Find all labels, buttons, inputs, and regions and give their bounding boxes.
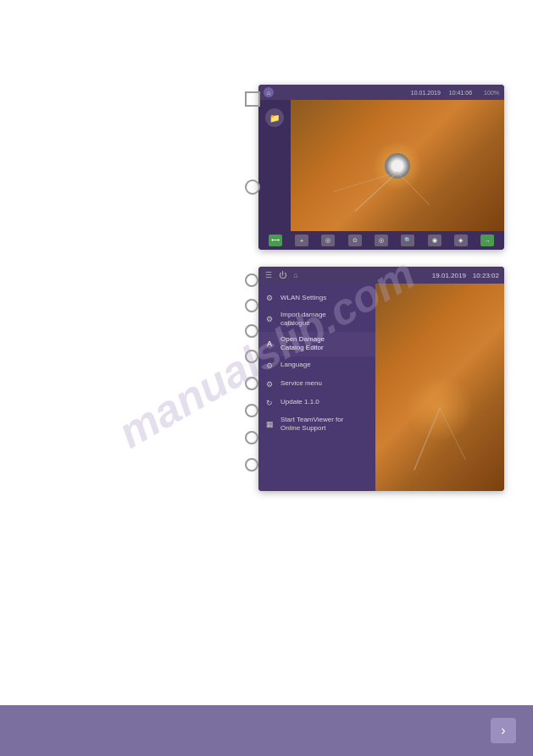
footer-next-arrow[interactable]: › xyxy=(491,718,516,743)
svg-line-2 xyxy=(333,172,397,191)
bottom-screen-header: ☰ ⏻ ⌂ 19.01.2019 10:23:02 xyxy=(258,267,504,284)
bottom-crack-overlay xyxy=(375,284,504,491)
power-icon[interactable]: ⏻ xyxy=(277,270,287,280)
annotation-circle-9 xyxy=(245,431,258,444)
screenshot-top: ⌂ 10.01.2019 10:41:06 100% 📁 ⟷ xyxy=(258,85,504,250)
language-icon: ⚙ xyxy=(264,360,275,372)
arrow-icon: › xyxy=(501,723,505,738)
annotation-circle-2 xyxy=(245,179,260,195)
toolbar-btn-8[interactable]: ◈ xyxy=(454,235,468,246)
toolbar-btn-3[interactable]: ◎ xyxy=(321,235,335,246)
top-main-area: 📁 xyxy=(258,100,504,231)
update-icon: ↻ xyxy=(264,397,275,409)
annotation-circle-3 xyxy=(245,273,258,287)
svg-line-4 xyxy=(440,408,465,460)
damage-editor-icon: A xyxy=(264,338,275,350)
bottom-home-icon[interactable]: ⌂ xyxy=(291,270,301,280)
toolbar-btn-forward[interactable]: → xyxy=(480,235,494,246)
top-camera-view xyxy=(291,100,504,231)
annotation-circle-5 xyxy=(245,324,258,338)
top-header-time2: 10:41:06 xyxy=(449,90,472,96)
service-icon: ⚙ xyxy=(264,378,275,390)
toolbar-btn-search[interactable]: 🔍 xyxy=(401,235,414,246)
toolbar-btn-5[interactable]: ◎ xyxy=(375,235,388,246)
toolbar-btn-1[interactable]: ⟷ xyxy=(269,235,282,246)
bottom-menu-panel: ⚙ WLAN Settings ⚙ Import damagecatalogue… xyxy=(258,284,375,491)
menu-item-wlan[interactable]: ⚙ WLAN Settings xyxy=(258,289,375,307)
wlan-icon: ⚙ xyxy=(264,292,275,304)
menu-item-language[interactable]: ⚙ Language xyxy=(258,356,375,375)
import-label: Import damagecatalogue xyxy=(280,311,326,328)
hamburger-icon[interactable]: ☰ xyxy=(264,270,274,280)
top-screen-header: ⌂ 10.01.2019 10:41:06 100% xyxy=(258,85,504,100)
annotation-circle-4 xyxy=(245,299,258,312)
toolbar-btn-4[interactable]: ⊙ xyxy=(348,235,362,246)
footer-bar: › xyxy=(0,705,533,756)
menu-item-open-damage[interactable]: A Open DamageCatalog Editor xyxy=(258,332,375,356)
bottom-header-icons: ☰ ⏻ ⌂ xyxy=(264,270,301,280)
update-label: Update 1.1.0 xyxy=(280,398,319,406)
top-header-time: 10.01.2019 xyxy=(411,90,441,96)
bottom-date: 19.01.2019 xyxy=(432,272,466,279)
menu-item-teamviewer[interactable]: ▦ Start TeamViewer forOnline Support xyxy=(258,412,375,437)
import-icon: ⚙ xyxy=(264,313,275,325)
service-label: Service menu xyxy=(280,379,322,388)
svg-line-3 xyxy=(414,408,440,471)
annotation-circle-1 xyxy=(245,91,260,107)
toolbar-btn-7[interactable]: ◉ xyxy=(428,235,441,246)
top-toolbar: ⟷ + ◎ ⊙ ◎ 🔍 ◉ ◈ → xyxy=(258,231,504,250)
menu-item-service[interactable]: ⚙ Service menu xyxy=(258,375,375,394)
screenshot-bottom: ☰ ⏻ ⌂ 19.01.2019 10:23:02 ⚙ WLAN Setting… xyxy=(258,267,504,491)
home-icon[interactable]: ⌂ xyxy=(264,87,274,97)
annotation-circle-7 xyxy=(245,377,258,390)
bottom-header-time: 19.01.2019 10:23:02 xyxy=(432,272,499,279)
annotation-circle-10 xyxy=(245,458,258,472)
teamviewer-label: Start TeamViewer forOnline Support xyxy=(280,416,343,433)
bottom-camera-view xyxy=(375,284,504,491)
svg-line-1 xyxy=(397,172,430,205)
menu-item-update[interactable]: ↻ Update 1.1.0 xyxy=(258,394,375,412)
battery-indicator: 100% xyxy=(484,90,499,96)
folder-button[interactable]: 📁 xyxy=(265,108,284,127)
wlan-label: WLAN Settings xyxy=(280,294,326,302)
annotation-circle-8 xyxy=(245,404,258,417)
language-label: Language xyxy=(280,361,311,369)
svg-line-0 xyxy=(355,172,397,212)
bottom-body: ⚙ WLAN Settings ⚙ Import damagecatalogue… xyxy=(258,284,504,491)
crack-overlay xyxy=(291,100,504,231)
annotation-circle-6 xyxy=(245,350,258,363)
bottom-time: 10:23:02 xyxy=(473,272,499,279)
toolbar-btn-2[interactable]: + xyxy=(295,235,308,246)
menu-item-import[interactable]: ⚙ Import damagecatalogue xyxy=(258,307,375,332)
top-sidebar: 📁 xyxy=(258,100,291,231)
teamviewer-icon: ▦ xyxy=(264,418,275,430)
damage-editor-label: Open DamageCatalog Editor xyxy=(280,335,325,353)
